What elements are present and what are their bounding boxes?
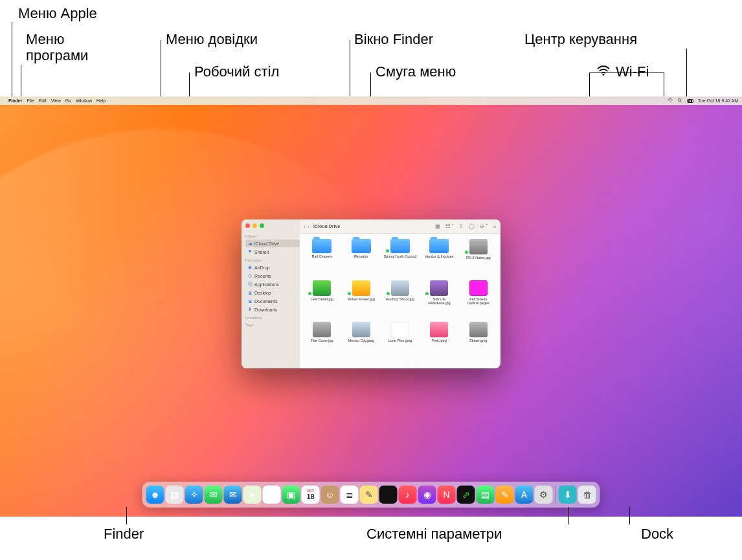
annotation-desktop: Робочий стіл: [194, 63, 279, 80]
file-item[interactable]: Yellow Flower.jpg: [343, 280, 379, 319]
file-item[interactable]: Spring Youth Council: [382, 239, 418, 278]
dock-mail[interactable]: ✉: [224, 486, 242, 504]
finder-title: iCloud Drive: [313, 224, 340, 229]
finder-window[interactable]: iCloud ☁iCloud Drive ⚑Shared Favorites ◉…: [242, 219, 500, 368]
sidebar-item-icloud-drive[interactable]: ☁iCloud Drive: [245, 240, 300, 247]
menu-help[interactable]: Help: [96, 98, 106, 103]
svg-point-0: [603, 74, 605, 76]
menu-bar: Finder File Edit View Go Window Help Tue…: [0, 96, 742, 105]
dock-podcasts[interactable]: ◉: [418, 486, 436, 504]
finder-file-grid: Rail ChasersReceiptsSpring Youth Council…: [300, 234, 500, 368]
sidebar-item-recents[interactable]: ◷Recents: [245, 272, 300, 280]
sidebar-item-shared[interactable]: ⚑Shared: [245, 248, 300, 256]
dock-news[interactable]: N: [438, 486, 456, 504]
annotation-menu-bar: Смуга меню: [376, 63, 456, 80]
control-center-icon[interactable]: [687, 99, 693, 103]
app-menu[interactable]: Finder: [8, 98, 22, 103]
dock-downloads[interactable]: ⬇: [559, 486, 577, 504]
file-item[interactable]: Lone Pine.jpeg: [382, 322, 418, 361]
dock-finder[interactable]: ☻: [146, 486, 164, 504]
dock-separator: [556, 486, 556, 503]
file-item[interactable]: Rooftop Shoot.jpg: [382, 280, 418, 319]
menubar-datetime[interactable]: Tue Oct 18 9:41 AM: [698, 98, 738, 103]
group-button[interactable]: ☷ ˅: [445, 223, 454, 229]
view-icons-button[interactable]: ▦: [435, 223, 440, 229]
dock-calendar[interactable]: OCT18: [302, 486, 320, 504]
minimize-button[interactable]: [253, 223, 257, 228]
doc-icon: 🗎: [247, 298, 253, 304]
dock-facetime[interactable]: ▣: [282, 486, 300, 504]
file-item[interactable]: Mexico City.jpeg: [343, 322, 379, 361]
dock-system-settings[interactable]: ⚙: [535, 486, 553, 504]
finder-toolbar: ‹› iCloud Drive ▦ ☷ ˅ ⇧ ◯ ⊖ ˅ ⌕: [300, 219, 500, 234]
sidebar-item-documents[interactable]: 🗎Documents: [245, 297, 300, 305]
file-item[interactable]: Title Cover.jpg: [304, 322, 340, 361]
dock-music[interactable]: ♪: [399, 486, 417, 504]
back-button[interactable]: ‹: [304, 223, 306, 230]
svg-line-3: [680, 101, 682, 102]
menu-file[interactable]: File: [27, 98, 34, 103]
share-button[interactable]: ⇧: [459, 223, 464, 229]
menu-edit[interactable]: Edit: [39, 98, 47, 103]
file-item[interactable]: Skater.jpeg: [460, 322, 497, 361]
download-icon: ⬇: [247, 307, 253, 312]
close-button[interactable]: [245, 223, 250, 228]
menu-go[interactable]: Go: [65, 98, 71, 103]
dock-numbers[interactable]: ▤: [477, 486, 495, 504]
dock-safari[interactable]: ✧: [185, 486, 203, 504]
dock-stocks[interactable]: ⬀: [457, 486, 475, 504]
annotation-help-menu: Меню довідки: [166, 31, 258, 47]
file-item[interactable]: Still Life Reference.jpg: [421, 280, 457, 319]
search-button[interactable]: ⌕: [493, 223, 497, 229]
apps-icon: Ⓐ: [247, 282, 253, 287]
sidebar-section-tags: Tags: [245, 323, 300, 327]
dock-appstore[interactable]: A: [515, 486, 534, 504]
wifi-status-icon[interactable]: [668, 98, 673, 104]
dock-notes[interactable]: ✎: [360, 486, 378, 504]
sidebar-section-locations: Locations: [245, 316, 300, 320]
annotation-wifi: Wi-Fi: [616, 63, 649, 80]
tag-button[interactable]: ◯: [469, 223, 475, 229]
menu-window[interactable]: Window: [76, 98, 92, 103]
forward-button[interactable]: ›: [308, 223, 309, 230]
menu-view[interactable]: View: [51, 98, 61, 103]
sidebar-item-desktop[interactable]: 🖥Desktop: [245, 289, 300, 297]
dock-pages[interactable]: ✎: [496, 486, 514, 504]
desktop[interactable]: Finder File Edit View Go Window Help Tue…: [0, 96, 742, 517]
dock-launchpad[interactable]: ▦: [166, 486, 184, 504]
file-item[interactable]: RD.2-Notes.jpg: [460, 239, 497, 278]
file-item[interactable]: Leaf Detail.jpg: [304, 280, 340, 319]
file-item[interactable]: Pink.jpeg: [421, 322, 457, 361]
dock-reminders[interactable]: ≣: [341, 486, 359, 504]
file-item[interactable]: Fall Scents Outline.pages: [460, 280, 497, 319]
sidebar-item-applications[interactable]: ⒶApplications: [245, 280, 300, 288]
annotation-finder-dock: Finder: [104, 526, 144, 543]
annotation-dock: Dock: [641, 526, 673, 543]
zoom-button[interactable]: [260, 223, 264, 228]
sidebar-item-airdrop[interactable]: ◉AirDrop: [245, 263, 300, 271]
svg-point-1: [670, 102, 671, 102]
cloud-icon: ☁: [247, 241, 253, 246]
action-button[interactable]: ⊖ ˅: [480, 223, 488, 229]
annotation-control-center: Центр керування: [524, 31, 637, 47]
sidebar-section-icloud: iCloud: [245, 234, 300, 238]
file-item[interactable]: Rail Chasers: [304, 239, 340, 278]
clock-icon: ◷: [247, 273, 253, 278]
dock-trash[interactable]: 🗑: [578, 486, 596, 504]
dock-maps[interactable]: ➤: [243, 486, 262, 504]
file-item[interactable]: Receipts: [343, 239, 379, 278]
dock-photos[interactable]: ✿: [263, 486, 281, 504]
airdrop-icon: ◉: [247, 265, 253, 270]
sidebar-section-favorites: Favorites: [245, 258, 300, 262]
desktop-icon: 🖥: [247, 290, 253, 295]
file-item[interactable]: Vendor & Invoices: [421, 239, 457, 278]
dock-contacts[interactable]: ☺: [321, 486, 339, 504]
annotation-finder-window: Вікно Finder: [354, 31, 433, 47]
sidebar-item-downloads[interactable]: ⬇Downloads: [245, 306, 300, 313]
finder-sidebar: iCloud ☁iCloud Drive ⚑Shared Favorites ◉…: [242, 219, 300, 368]
spotlight-icon[interactable]: [677, 98, 682, 104]
shared-icon: ⚑: [247, 249, 253, 254]
dock-tv[interactable]: [379, 486, 398, 504]
annotation-system-settings: Системні параметри: [366, 526, 502, 543]
dock-messages[interactable]: ✉: [205, 486, 223, 504]
